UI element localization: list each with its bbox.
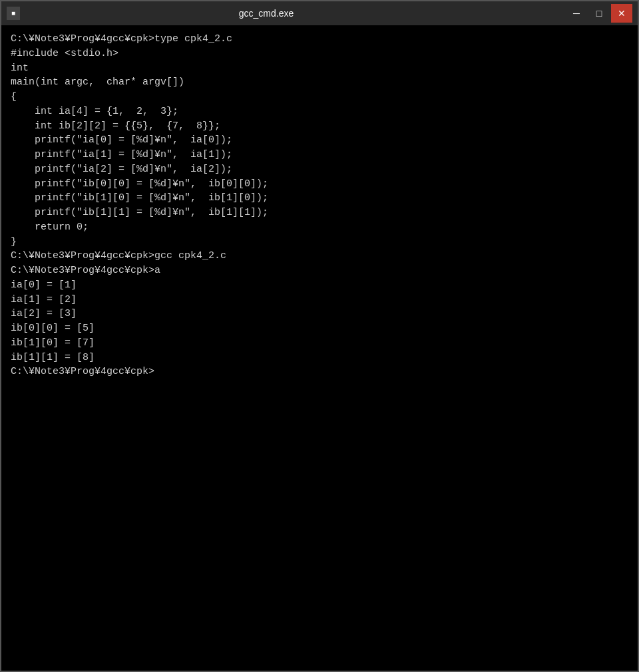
terminal-line: int ib[2][2] = {{5}, {7, 8}}; — [11, 119, 628, 134]
terminal-line: printf("ia[0] = [%d]¥n", ia[0]); — [11, 133, 628, 148]
terminal-line: printf("ia[2] = [%d]¥n", ia[2]); — [11, 162, 628, 177]
app-icon: ■ — [7, 7, 20, 20]
terminal-line: main(int argc, char* argv[]) — [11, 75, 628, 90]
title-bar-left: ■ — [7, 7, 20, 20]
terminal-line: ib[1][0] = [7] — [11, 336, 628, 351]
terminal-line: int — [11, 61, 628, 76]
terminal-line: ia[2] = [3] — [11, 307, 628, 321]
terminal-line: printf("ib[1][1] = [%d]¥n", ib[1][1]); — [11, 206, 628, 220]
window-title: gcc_cmd.exe — [20, 8, 513, 19]
terminal-line: C:\¥Note3¥Prog¥4gcc¥cpk>gcc cpk4_2.c — [11, 249, 628, 263]
close-button[interactable]: ✕ — [611, 4, 632, 23]
maximize-button[interactable]: □ — [588, 4, 610, 23]
terminal-line: printf("ib[0][0] = [%d]¥n", ib[0][0]); — [11, 177, 628, 192]
terminal-line: int ia[4] = {1, 2, 3}; — [11, 104, 628, 119]
terminal-line: printf("ia[1] = [%d]¥n", ia[1]); — [11, 148, 628, 162]
minimize-button[interactable]: ─ — [566, 4, 587, 23]
terminal-output[interactable]: C:\¥Note3¥Prog¥4gcc¥cpk>type cpk4_2.c#in… — [1, 25, 638, 671]
terminal-line: { — [11, 90, 628, 104]
title-bar: ■ gcc_cmd.exe ─ □ ✕ — [1, 1, 638, 25]
terminal-line: C:\¥Note3¥Prog¥4gcc¥cpk> — [11, 365, 628, 379]
terminal-line: printf("ib[1][0] = [%d]¥n", ib[1][0]); — [11, 191, 628, 206]
terminal-window: ■ gcc_cmd.exe ─ □ ✕ C:\¥Note3¥Prog¥4gcc¥… — [0, 0, 639, 672]
terminal-line: C:\¥Note3¥Prog¥4gcc¥cpk>type cpk4_2.c — [11, 32, 628, 47]
terminal-line: ia[0] = [1] — [11, 278, 628, 293]
terminal-line: } — [11, 235, 628, 250]
terminal-line: #include <stdio.h> — [11, 47, 628, 61]
terminal-line: C:\¥Note3¥Prog¥4gcc¥cpk>a — [11, 263, 628, 278]
terminal-line: ib[1][1] = [8] — [11, 351, 628, 365]
terminal-line: ib[0][0] = [5] — [11, 321, 628, 336]
terminal-line: ia[1] = [2] — [11, 293, 628, 307]
terminal-line: return 0; — [11, 220, 628, 235]
window-controls: ─ □ ✕ — [566, 4, 632, 23]
